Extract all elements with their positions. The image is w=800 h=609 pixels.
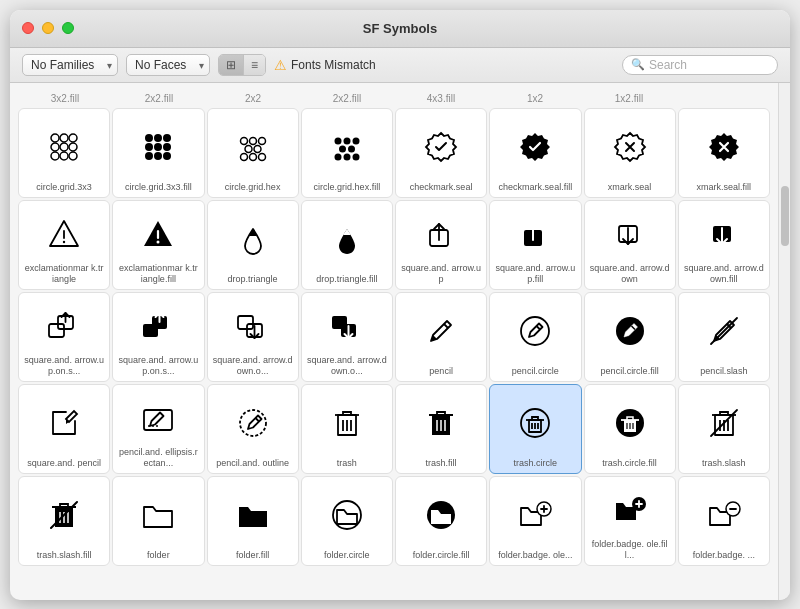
size-label-5: 4x3.fill bbox=[394, 91, 488, 106]
icon-label-pencil-circle: pencil.circle bbox=[512, 366, 559, 377]
icon-cell-folder-fill[interactable]: folder.fill bbox=[207, 476, 299, 566]
icon-cell-square-arrow-up-on-s[interactable]: square.and. arrow.up.on.s... bbox=[18, 292, 110, 382]
minimize-button[interactable] bbox=[42, 22, 54, 34]
exclamationmark-triangle-fill-icon bbox=[138, 209, 178, 259]
icon-cell-circle-grid-hex[interactable]: circle.grid.hex bbox=[207, 108, 299, 198]
icon-cell-pencil[interactable]: pencil bbox=[395, 292, 487, 382]
folder-circle-fill-icon bbox=[421, 485, 461, 546]
search-icon: 🔍 bbox=[631, 58, 645, 71]
icons-grid-container[interactable]: 3x2.fill 2x2.fill 2x2 2x2.fill 4x3.fill … bbox=[10, 83, 778, 600]
faces-select-wrapper[interactable]: No Faces bbox=[126, 54, 210, 76]
icon-cell-trash-circle-fill[interactable]: trash.circle.fill bbox=[584, 384, 676, 474]
icon-cell-checkmark-seal-fill[interactable]: checkmark.seal.fill bbox=[489, 108, 581, 198]
maximize-button[interactable] bbox=[62, 22, 74, 34]
icon-label-square-arrow-up-fill: square.and. arrow.up.fill bbox=[495, 263, 575, 285]
icon-cell-folder-circle-fill[interactable]: folder.circle.fill bbox=[395, 476, 487, 566]
icon-cell-trash[interactable]: trash bbox=[301, 384, 393, 474]
icon-label-xmark-seal-fill: xmark.seal.fill bbox=[697, 182, 752, 193]
svg-point-29 bbox=[339, 146, 346, 153]
svg-point-66 bbox=[148, 425, 150, 427]
pencil-ellipsis-rectangle-icon bbox=[138, 393, 178, 443]
icon-cell-exclamationmark-triangle-fill[interactable]: exclamationmar k.triangle.fill bbox=[112, 200, 204, 290]
search-box[interactable]: 🔍 bbox=[622, 55, 778, 75]
icon-label-square-arrow-up: square.and. arrow.up bbox=[401, 263, 481, 285]
main-window: SF Symbols No Families No Faces ⊞ ≡ ⚠ Fo… bbox=[10, 10, 790, 600]
icon-cell-circle-grid-3x3-fill[interactable]: circle.grid.3x3.fill bbox=[112, 108, 204, 198]
icon-cell-xmark-seal[interactable]: xmark.seal bbox=[584, 108, 676, 198]
scrollbar[interactable] bbox=[778, 83, 790, 600]
icon-label-trash-circle: trash.circle bbox=[514, 458, 558, 469]
icon-cell-pencil-and-outline[interactable]: pencil.and. outline bbox=[207, 384, 299, 474]
icon-cell-folder[interactable]: folder bbox=[112, 476, 204, 566]
icon-cell-drop-triangle-fill[interactable]: drop.triangle.fill bbox=[301, 200, 393, 290]
icon-label-circle-grid-hex: circle.grid.hex bbox=[225, 182, 281, 193]
circle-grid-hex-fill-icon bbox=[327, 117, 367, 178]
svg-point-5 bbox=[69, 143, 77, 151]
icon-cell-exclamationmark-triangle[interactable]: exclamationmar k.triangle bbox=[18, 200, 110, 290]
svg-point-1 bbox=[60, 134, 68, 142]
faces-select[interactable]: No Faces bbox=[126, 54, 210, 76]
search-input[interactable] bbox=[649, 58, 769, 72]
svg-point-30 bbox=[348, 146, 355, 153]
xmark-seal-fill-icon bbox=[704, 117, 744, 178]
icon-cell-square-arrow-up[interactable]: square.and. arrow.up bbox=[395, 200, 487, 290]
icon-label-circle-grid-hex-fill: circle.grid.hex.fill bbox=[314, 182, 381, 193]
folder-badge-plus-fill-icon bbox=[610, 485, 650, 535]
icon-cell-pencil-slash[interactable]: pencil.slash bbox=[678, 292, 770, 382]
icon-cell-folder-badge-plus-fill[interactable]: folder.badge. ole.fill... bbox=[584, 476, 676, 566]
svg-line-60 bbox=[537, 326, 541, 330]
icon-cell-square-arrow-down[interactable]: square.and. arrow.down bbox=[584, 200, 676, 290]
grid-view-button[interactable]: ⊞ bbox=[219, 55, 244, 75]
titlebar: SF Symbols bbox=[10, 10, 790, 48]
icon-cell-square-arrow-down-o2[interactable]: square.and. arrow.down.o... bbox=[301, 292, 393, 382]
square-arrow-up-on-s-icon bbox=[44, 301, 84, 351]
icon-label-drop-triangle-fill: drop.triangle.fill bbox=[316, 274, 377, 285]
icon-cell-circle-grid-hex-fill[interactable]: circle.grid.hex.fill bbox=[301, 108, 393, 198]
icon-cell-square-arrow-up-fill[interactable]: square.and. arrow.up.fill bbox=[489, 200, 581, 290]
icon-label-exclamationmark-triangle: exclamationmar k.triangle bbox=[24, 263, 104, 285]
drop-triangle-fill-icon bbox=[327, 209, 367, 270]
size-label-2: 2x2.fill bbox=[112, 91, 206, 106]
icon-cell-checkmark-seal[interactable]: checkmark.seal bbox=[395, 108, 487, 198]
families-select-wrapper[interactable]: No Families bbox=[22, 54, 118, 76]
icon-cell-xmark-seal-fill[interactable]: xmark.seal.fill bbox=[678, 108, 770, 198]
families-select[interactable]: No Families bbox=[22, 54, 118, 76]
svg-point-37 bbox=[157, 240, 160, 243]
icon-cell-pencil-ellipsis-rectangle[interactable]: pencil.and. ellipsis.rectan... bbox=[112, 384, 204, 474]
svg-point-59 bbox=[521, 317, 549, 345]
icon-label-pencil: pencil bbox=[429, 366, 453, 377]
icon-label-square-arrow-down: square.and. arrow.down bbox=[590, 263, 670, 285]
icon-cell-circle-grid-3x3[interactable]: circle.grid.3x3 bbox=[18, 108, 110, 198]
icon-cell-folder-badge-minus[interactable]: folder.badge. ... bbox=[678, 476, 770, 566]
warning-text: Fonts Mismatch bbox=[291, 58, 376, 72]
icon-cell-square-and-pencil[interactable]: square.and. pencil bbox=[18, 384, 110, 474]
square-arrow-up-on-s2-icon bbox=[138, 301, 178, 351]
icon-cell-trash-fill[interactable]: trash.fill bbox=[395, 384, 487, 474]
icon-cell-folder-circle[interactable]: folder.circle bbox=[301, 476, 393, 566]
toolbar: No Families No Faces ⊞ ≡ ⚠ Fonts Mismatc… bbox=[10, 48, 790, 83]
scrollbar-thumb[interactable] bbox=[781, 186, 789, 246]
icon-cell-pencil-circle[interactable]: pencil.circle bbox=[489, 292, 581, 382]
svg-point-0 bbox=[51, 134, 59, 142]
size-label-8 bbox=[676, 91, 770, 106]
pencil-and-outline-icon bbox=[233, 393, 273, 454]
icon-cell-pencil-circle-fill[interactable]: pencil.circle.fill bbox=[584, 292, 676, 382]
icon-cell-drop-triangle[interactable]: drop.triangle bbox=[207, 200, 299, 290]
icon-cell-square-arrow-down-fill[interactable]: square.and. arrow.down.fill bbox=[678, 200, 770, 290]
trash-fill-icon bbox=[421, 393, 461, 454]
icon-label-exclamationmark-triangle-fill: exclamationmar k.triangle.fill bbox=[118, 263, 198, 285]
exclamationmark-triangle-icon bbox=[44, 209, 84, 259]
close-button[interactable] bbox=[22, 22, 34, 34]
svg-point-23 bbox=[240, 154, 247, 161]
list-view-button[interactable]: ≡ bbox=[244, 55, 265, 75]
svg-point-68 bbox=[156, 425, 158, 427]
svg-point-10 bbox=[154, 134, 162, 142]
circle-grid-3x3-fill-icon bbox=[138, 117, 178, 178]
icon-cell-folder-badge-plus[interactable]: folder.badge. ole... bbox=[489, 476, 581, 566]
icon-cell-square-arrow-down-o[interactable]: square.and. arrow.down.o... bbox=[207, 292, 299, 382]
icon-cell-trash-slash[interactable]: trash.slash bbox=[678, 384, 770, 474]
icon-cell-trash-circle[interactable]: trash.circle bbox=[489, 384, 581, 474]
icon-cell-trash-slash-fill[interactable]: trash.slash.fill bbox=[18, 476, 110, 566]
icon-cell-square-arrow-up-on-s2[interactable]: square.and. arrow.up.on.s... bbox=[112, 292, 204, 382]
svg-point-14 bbox=[163, 143, 171, 151]
